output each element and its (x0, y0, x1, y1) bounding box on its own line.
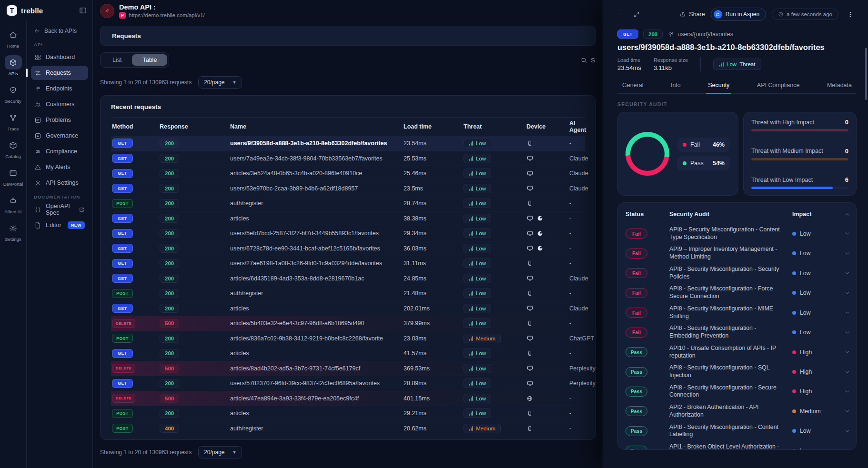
device-cell (526, 230, 569, 237)
tab-security[interactable]: Security (706, 78, 731, 93)
chevron-down-icon[interactable] (844, 388, 850, 395)
table-row[interactable]: GET 200 articles 202.01ms Low Cl (111, 301, 585, 316)
expand-icon[interactable] (633, 11, 640, 18)
rail-item-settings[interactable]: Settings (1, 221, 26, 242)
table-row[interactable]: GET 200 users/57823707-96fd-39cc-9837-f2… (111, 376, 585, 391)
chevron-down-icon[interactable] (844, 270, 850, 276)
sidebar-item-editor[interactable]: Editor NEW (31, 218, 88, 232)
chevron-down-icon[interactable] (844, 250, 850, 257)
braces-icon (34, 206, 41, 213)
request-name: articles (230, 305, 404, 312)
ai-agent: - (569, 260, 584, 267)
sidebar-item-openapi-spec[interactable]: OpenAPI Spec (31, 202, 88, 217)
table-row[interactable]: POST 200 articles/836a7c02-9b38-3412-921… (111, 331, 585, 346)
chevron-down-icon[interactable] (844, 329, 850, 336)
audit-row[interactable]: Fail API9 – Improper Inventory Managemen… (626, 243, 850, 263)
share-icon (679, 11, 686, 18)
chevron-down-icon[interactable] (844, 369, 850, 375)
sidebar-item-problems[interactable]: Problems (31, 113, 88, 127)
tab-info[interactable]: Info (669, 78, 683, 93)
kebab-menu-icon[interactable]: ⋮ (844, 8, 857, 20)
device-cell (526, 320, 569, 327)
tab-api-compliance[interactable]: API Compliance (755, 78, 802, 93)
gear-icon (5, 221, 22, 235)
close-icon[interactable] (617, 11, 625, 18)
table-row[interactable]: GET 200 articles/6d435189-4ad3-353a-8dd8… (111, 271, 585, 286)
sidebar-item-compliance[interactable]: Compliance (31, 144, 88, 159)
load-time: 21.48ms (404, 290, 464, 297)
rail-item-catalog[interactable]: Catalog (1, 138, 26, 159)
customers-icon (34, 101, 41, 108)
audit-row[interactable]: Pass API1 - Broken Object Level Authoriz… (626, 441, 850, 450)
audit-row[interactable]: Fail API8 - Security Misconfiguration - … (626, 263, 850, 283)
audit-row[interactable]: Fail API8 - Security Misconfiguration - … (626, 322, 850, 342)
table-row[interactable]: GET 200 users/5efd7bcd-2587-3f27-bf7d-34… (111, 226, 585, 241)
chevron-down-icon[interactable] (844, 448, 850, 450)
table-row[interactable]: POST 200 auth/register 21.48ms Low (111, 286, 585, 301)
pagination-top: Showing 1 to 20 of 130963 requests 20/pa… (100, 76, 596, 89)
chevron-down-icon[interactable] (844, 408, 850, 414)
phone-icon (526, 260, 533, 267)
table-row[interactable]: GET 200 articles 38.38ms Low - (111, 211, 585, 226)
chevron-down-icon[interactable] (844, 309, 850, 316)
robot-icon (5, 193, 22, 208)
table-row[interactable]: GET 200 articles/3e524a48-0b65-3c4b-a020… (111, 166, 585, 181)
left-sidebar: T treblle Home APIs Security (0, 0, 93, 468)
table-row[interactable]: POST 200 articles 29.21ms Low - (111, 406, 585, 421)
tab-metadata[interactable]: Metadata (825, 78, 854, 93)
sidebar-item-dashboard[interactable]: Dashboard (31, 50, 88, 64)
rail-item-home[interactable]: Home (1, 28, 26, 49)
run-in-aspen-button[interactable]: Run in Aspen (711, 8, 766, 21)
table-row[interactable]: GET 200 articles 41.57ms Low - (111, 346, 585, 361)
sidebar-collapse-icon[interactable] (79, 7, 87, 14)
table-row[interactable]: POST 200 auth/register 28.74ms Low (111, 196, 585, 211)
request-name: articles (230, 410, 404, 417)
sidebar-item-governance[interactable]: Governance (31, 129, 88, 143)
rail-item-security[interactable]: Security (1, 83, 26, 104)
audit-row[interactable]: Fail API8 - Security Misconfiguration - … (626, 283, 850, 302)
audit-row[interactable]: Fail API8 - Security Misconfiguration - … (626, 303, 850, 322)
per-page-select[interactable]: 20/page ▼ (198, 76, 242, 89)
table-row[interactable]: GET 200 users/9f39058d-a888-3e1b-a210-8e… (111, 136, 585, 151)
sidebar-item-customers[interactable]: Customers (31, 97, 88, 111)
share-button[interactable]: Share (679, 11, 705, 18)
sidebar-item-requests[interactable]: Requests (31, 66, 88, 80)
table-row[interactable]: DELETE 500 articles/47ea894e-3a93-33f4-8… (111, 391, 585, 406)
sidebar-item-api-settings[interactable]: API Settings (31, 176, 88, 190)
per-page-select[interactable]: 20/page ▼ (198, 446, 242, 458)
request-name: users/57823707-96fd-39cc-9837-f2c3ec0689… (230, 380, 404, 387)
sidebar-item-endpoints[interactable]: Endpoints (31, 81, 88, 96)
threat-badge: Medium (464, 334, 501, 343)
table-row[interactable]: GET 200 users/27ae6198-1a08-3c26-9fd0-1c… (111, 256, 585, 271)
audit-row[interactable]: Fail API8 – Security Misconfiguration - … (626, 224, 850, 243)
table-row[interactable]: GET 200 users/7a49ea2e-34cb-38f3-9804-70… (111, 151, 585, 166)
chevron-up-icon[interactable] (844, 211, 850, 218)
audit-row[interactable]: Pass API8 - Security Misconfiguration - … (626, 362, 850, 381)
search-button[interactable]: S (580, 57, 596, 64)
audit-row[interactable]: Pass API8 - Security Misconfiguration - … (626, 421, 850, 441)
tab-general[interactable]: General (620, 78, 645, 93)
table-row[interactable]: POST 400 auth/register 20.62ms Medium (111, 421, 585, 436)
back-to-apis[interactable]: Back to APIs (31, 27, 88, 39)
rail-item-apis[interactable]: APIs (1, 55, 26, 76)
audit-row[interactable]: Pass API2 - Broken Authentication - API … (626, 401, 850, 421)
audit-row[interactable]: Pass API8 - Security Misconfiguration - … (626, 382, 850, 401)
rail-item-devportal[interactable]: DevPortal (1, 166, 26, 187)
chevron-down-icon[interactable] (844, 428, 850, 434)
device-cell (526, 275, 569, 282)
sidebar-item-my-alerts[interactable]: My Alerts (31, 160, 88, 174)
table-row[interactable]: GET 200 users/53e970bc-2caa-3b89-b4b6-a6… (111, 181, 585, 196)
table-row[interactable]: DELETE 500 articles/8ad4b202-ad5a-3b7c-9… (111, 361, 585, 376)
window-scrollbar[interactable] (865, 48, 867, 100)
table-row[interactable]: DELETE 500 articles/5b403e32-e6e4-3c97-9… (111, 316, 585, 331)
chevron-down-icon[interactable] (844, 290, 850, 296)
view-toggle-list[interactable]: List (102, 54, 132, 66)
view-toggle-table[interactable]: Table (132, 54, 167, 66)
audit-row[interactable]: Pass API10 - Unsafe Consumption of APIs … (626, 342, 850, 362)
rail-item-trace[interactable]: Trace (1, 110, 26, 131)
rail-item-alfred-ai[interactable]: Alfred AI (1, 193, 26, 214)
chevron-down-icon[interactable] (844, 230, 850, 237)
table-row[interactable]: GET 200 users/6728c78d-ee90-3441-bcaf-ab… (111, 241, 585, 256)
chevron-down-icon[interactable] (844, 349, 850, 355)
device-cell (526, 245, 569, 252)
